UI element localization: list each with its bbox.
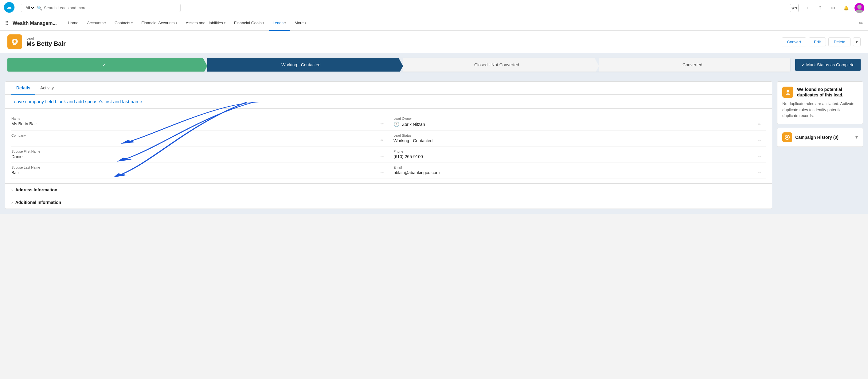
field-lead-status-label: Lead Status (394, 134, 761, 137)
more-chevron-icon: ▾ (305, 21, 306, 25)
record-header-actions: Convert Edit Delete ▾ (782, 37, 861, 46)
field-email-edit-icon[interactable]: ✏ (758, 170, 761, 175)
field-name: Name Ms Betty Bair ✏ (11, 114, 389, 130)
address-chevron-icon: › (11, 187, 13, 192)
field-phone-edit-icon[interactable]: ✏ (758, 155, 761, 159)
field-spouse-first-label: Spouse First Name (11, 150, 384, 153)
field-name-label: Name (11, 117, 384, 120)
add-button[interactable]: ＋ (803, 4, 811, 12)
gear-icon: ⚙ (831, 5, 835, 10)
detail-panel-wrapper: Details Activity Leave company field bla… (0, 76, 772, 214)
mark-complete-button[interactable]: ✓ Mark Status as Complete (795, 59, 861, 71)
field-lead-owner-value: 🕐 Zorik Nitzan ✏ (394, 121, 761, 127)
favorites-button[interactable]: ★▾ (790, 4, 799, 12)
svg-point-3 (856, 9, 863, 13)
status-step-closed[interactable]: Closed - Not Converted (399, 58, 594, 71)
field-lead-status: Lead Status Working - Contacted ✏ (389, 130, 766, 147)
detail-tabs: Details Activity (5, 82, 772, 95)
field-phone: Phone (610) 265-9100 ✏ (389, 147, 766, 162)
nav-item-accounts[interactable]: Accounts ▾ (83, 16, 110, 31)
edit-button[interactable]: Edit (809, 37, 826, 46)
search-scope-select[interactable]: All (24, 5, 35, 10)
status-step-converted[interactable]: Converted (595, 58, 790, 71)
address-section-header[interactable]: › Address Information (5, 183, 772, 196)
leads-chevron-icon: ▾ (284, 21, 286, 25)
nav-item-home[interactable]: Home (64, 16, 82, 31)
status-step-done[interactable]: ✓ (7, 58, 203, 71)
field-spouse-first-value: Daniel ✏ (11, 154, 384, 159)
record-name: Ms Betty Bair (26, 40, 66, 47)
field-status-edit-icon[interactable]: ✏ (758, 138, 761, 143)
help-button[interactable]: ? (816, 4, 825, 12)
salesforce-logo[interactable]: ☁ (4, 2, 15, 14)
nav-item-contacts[interactable]: Contacts ▾ (111, 16, 136, 31)
field-name-edit-icon[interactable]: ✏ (380, 122, 384, 126)
delete-button[interactable]: Delete (828, 37, 850, 46)
record-type-icon (7, 34, 22, 49)
tab-activity[interactable]: Activity (35, 82, 59, 95)
nav-item-financial-accounts[interactable]: Financial Accounts ▾ (137, 16, 181, 31)
field-spouse-last-label: Spouse Last Name (11, 165, 384, 169)
field-spouse-last-edit-icon[interactable]: ✏ (380, 170, 384, 175)
field-spouse-last-value: Bair ✏ (11, 170, 384, 175)
svg-point-8 (786, 136, 788, 138)
actions-dropdown-button[interactable]: ▾ (853, 37, 861, 46)
record-header-left: Lead Ms Betty Bair (7, 34, 66, 49)
field-spouse-first-edit-icon[interactable]: ✏ (380, 155, 384, 159)
bell-icon: 🔔 (843, 5, 849, 10)
nav-item-leads[interactable]: Leads ▾ (269, 16, 290, 31)
field-company: Company ✏ (11, 130, 389, 147)
top-navigation: ☁ All 🔍 ★▾ ＋ ? ⚙ 🔔 (0, 0, 868, 16)
address-section-label: Address Information (16, 187, 57, 192)
campaign-history-card: Campaign History (0) ▾ (777, 128, 863, 147)
field-spouse-last: Spouse Last Name Bair ✏ (11, 162, 389, 179)
field-email-value: bblair@abankingco.com ✏ (394, 170, 761, 175)
status-step-working[interactable]: Working - Contacted (203, 58, 399, 71)
svg-text:☁: ☁ (7, 4, 12, 9)
main-content: Details Activity Leave company field bla… (0, 76, 868, 214)
accounts-chevron-icon: ▾ (104, 21, 106, 25)
settings-button[interactable]: ⚙ (829, 4, 837, 12)
field-name-value: Ms Betty Bair ✏ (11, 121, 384, 126)
field-company-value: ✏ (11, 138, 384, 143)
app-launcher-icon[interactable]: ⠿ (5, 20, 9, 27)
field-spouse-first: Spouse First Name Daniel ✏ (11, 147, 389, 162)
duplicates-card: We found no potential duplicates of this… (777, 82, 863, 124)
record-header: Lead Ms Betty Bair Convert Edit Delete ▾ (0, 31, 868, 53)
field-lead-status-value: Working - Contacted ✏ (394, 138, 761, 143)
svg-point-4 (13, 40, 16, 43)
field-company-label: Company (11, 134, 384, 137)
annotation-text: Leave company field blank and add spouse… (11, 99, 142, 104)
search-input[interactable] (44, 5, 177, 10)
tab-details[interactable]: Details (11, 82, 35, 95)
notifications-button[interactable]: 🔔 (842, 4, 850, 12)
sidebar-panel: We found no potential duplicates of this… (777, 82, 863, 209)
convert-button[interactable]: Convert (782, 37, 806, 46)
plus-icon: ＋ (805, 5, 809, 11)
nav-edit-icon[interactable]: ✏ (859, 20, 863, 26)
field-company-edit-icon[interactable]: ✏ (380, 138, 384, 143)
field-phone-label: Phone (394, 150, 761, 153)
nav-item-more[interactable]: More ▾ (291, 16, 310, 31)
annotation-box: Leave company field blank and add spouse… (5, 95, 772, 109)
top-nav-icons: ★▾ ＋ ? ⚙ 🔔 (790, 3, 864, 13)
fields-section: Name Ms Betty Bair ✏ Lead Owner 🕐 Zorik … (5, 109, 772, 183)
field-owner-edit-icon[interactable]: ✏ (758, 122, 761, 127)
status-path: ✓ Working - Contacted Closed - Not Conve… (7, 58, 790, 71)
nav-item-financial-goals[interactable]: Financial Goals ▾ (230, 16, 268, 31)
search-bar[interactable]: All 🔍 (21, 4, 181, 12)
campaign-history-header[interactable]: Campaign History (0) ▾ (777, 128, 863, 147)
financial-accounts-chevron-icon: ▾ (176, 21, 177, 25)
user-avatar[interactable] (855, 3, 864, 13)
status-bar-inner: ✓ Working - Contacted Closed - Not Conve… (7, 58, 861, 71)
owner-avatar-icon: 🕐 (394, 121, 400, 127)
additional-section-header[interactable]: › Additional Information (5, 196, 772, 209)
app-navigation: ⠿ Wealth Managem... Home Accounts ▾ Cont… (0, 16, 868, 31)
field-email-label: Email (394, 165, 761, 169)
field-phone-value: (610) 265-9100 ✏ (394, 154, 761, 159)
duplicates-card-body: No duplicate rules are activated. Activa… (782, 101, 858, 119)
nav-item-assets[interactable]: Assets and Liabilities ▾ (182, 16, 229, 31)
duplicates-card-icon (782, 87, 793, 98)
campaign-history-title: Campaign History (0) (795, 135, 838, 140)
field-lead-owner-label: Lead Owner (394, 117, 761, 120)
